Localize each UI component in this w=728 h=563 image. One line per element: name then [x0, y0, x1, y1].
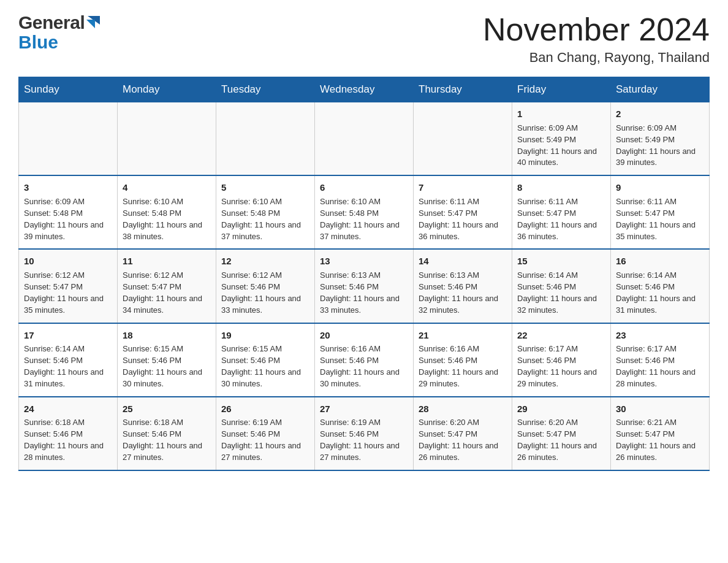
calendar-cell: 14Sunrise: 6:13 AM Sunset: 5:46 PM Dayli… [414, 249, 512, 323]
day-number: 5 [221, 181, 309, 194]
calendar-cell: 11Sunrise: 6:12 AM Sunset: 5:47 PM Dayli… [118, 249, 216, 323]
header-cell-saturday: Saturday [611, 77, 710, 102]
day-info: Sunrise: 6:15 AM Sunset: 5:46 PM Dayligh… [123, 343, 211, 389]
day-number: 7 [419, 181, 507, 194]
day-info: Sunrise: 6:18 AM Sunset: 5:46 PM Dayligh… [123, 417, 211, 463]
calendar-cell [315, 102, 414, 176]
day-number: 13 [320, 255, 408, 268]
day-info: Sunrise: 6:10 AM Sunset: 5:48 PM Dayligh… [320, 196, 408, 242]
day-info: Sunrise: 6:12 AM Sunset: 5:46 PM Dayligh… [221, 270, 309, 316]
header-cell-sunday: Sunday [19, 77, 118, 102]
title-area: November 2024 Ban Chang, Rayong, Thailan… [483, 12, 710, 66]
calendar-cell: 12Sunrise: 6:12 AM Sunset: 5:46 PM Dayli… [216, 249, 315, 323]
day-number: 25 [123, 402, 211, 416]
page-header: General Blue November 2024 Ban Chang, Ra… [18, 12, 710, 66]
day-info: Sunrise: 6:12 AM Sunset: 5:47 PM Dayligh… [123, 270, 211, 316]
day-number: 10 [24, 255, 112, 268]
calendar-row: 10Sunrise: 6:12 AM Sunset: 5:47 PM Dayli… [19, 249, 710, 323]
day-info: Sunrise: 6:13 AM Sunset: 5:46 PM Dayligh… [419, 270, 507, 316]
calendar-cell: 24Sunrise: 6:18 AM Sunset: 5:46 PM Dayli… [19, 397, 118, 470]
day-info: Sunrise: 6:17 AM Sunset: 5:46 PM Dayligh… [517, 343, 605, 389]
calendar-cell: 16Sunrise: 6:14 AM Sunset: 5:46 PM Dayli… [611, 249, 710, 323]
day-number: 26 [221, 402, 309, 416]
calendar-cell [414, 102, 512, 176]
calendar-cell: 13Sunrise: 6:13 AM Sunset: 5:46 PM Dayli… [315, 249, 414, 323]
calendar-cell: 30Sunrise: 6:21 AM Sunset: 5:47 PM Dayli… [611, 397, 710, 470]
calendar-cell: 19Sunrise: 6:15 AM Sunset: 5:46 PM Dayli… [216, 323, 315, 397]
calendar-cell: 22Sunrise: 6:17 AM Sunset: 5:46 PM Dayli… [512, 323, 611, 397]
calendar-cell: 27Sunrise: 6:19 AM Sunset: 5:46 PM Dayli… [315, 397, 414, 470]
calendar-body: 1Sunrise: 6:09 AM Sunset: 5:49 PM Daylig… [19, 102, 710, 470]
day-info: Sunrise: 6:20 AM Sunset: 5:47 PM Dayligh… [419, 417, 507, 463]
calendar-cell: 28Sunrise: 6:20 AM Sunset: 5:47 PM Dayli… [414, 397, 512, 470]
calendar-row: 17Sunrise: 6:14 AM Sunset: 5:46 PM Dayli… [19, 323, 710, 397]
calendar-cell: 29Sunrise: 6:20 AM Sunset: 5:47 PM Dayli… [512, 397, 611, 470]
day-info: Sunrise: 6:19 AM Sunset: 5:46 PM Dayligh… [320, 417, 408, 463]
day-info: Sunrise: 6:18 AM Sunset: 5:46 PM Dayligh… [24, 417, 112, 463]
day-number: 15 [517, 255, 605, 268]
svg-marker-1 [86, 20, 95, 28]
calendar-cell: 4Sunrise: 6:10 AM Sunset: 5:48 PM Daylig… [118, 175, 216, 249]
calendar-cell [216, 102, 315, 176]
day-info: Sunrise: 6:09 AM Sunset: 5:49 PM Dayligh… [616, 123, 704, 169]
header-cell-wednesday: Wednesday [315, 77, 414, 102]
calendar-cell: 18Sunrise: 6:15 AM Sunset: 5:46 PM Dayli… [118, 323, 216, 397]
day-number: 18 [123, 329, 211, 342]
day-info: Sunrise: 6:09 AM Sunset: 5:48 PM Dayligh… [24, 196, 112, 242]
calendar-cell: 1Sunrise: 6:09 AM Sunset: 5:49 PM Daylig… [512, 102, 611, 176]
header-row: SundayMondayTuesdayWednesdayThursdayFrid… [19, 77, 710, 102]
day-number: 21 [419, 329, 507, 342]
logo-area: General Blue [18, 12, 100, 53]
day-info: Sunrise: 6:14 AM Sunset: 5:46 PM Dayligh… [517, 270, 605, 316]
day-info: Sunrise: 6:17 AM Sunset: 5:46 PM Dayligh… [616, 343, 704, 389]
calendar-cell [19, 102, 118, 176]
day-info: Sunrise: 6:16 AM Sunset: 5:46 PM Dayligh… [320, 343, 408, 389]
calendar-cell: 8Sunrise: 6:11 AM Sunset: 5:47 PM Daylig… [512, 175, 611, 249]
header-cell-thursday: Thursday [414, 77, 512, 102]
calendar-cell [118, 102, 216, 176]
day-number: 27 [320, 402, 408, 416]
day-number: 4 [123, 181, 211, 194]
logo-blue-text: Blue [18, 32, 58, 53]
day-info: Sunrise: 6:10 AM Sunset: 5:48 PM Dayligh… [221, 196, 309, 242]
calendar-cell: 21Sunrise: 6:16 AM Sunset: 5:46 PM Dayli… [414, 323, 512, 397]
calendar-row: 3Sunrise: 6:09 AM Sunset: 5:48 PM Daylig… [19, 175, 710, 249]
header-cell-tuesday: Tuesday [216, 77, 315, 102]
day-number: 29 [517, 402, 605, 416]
day-number: 19 [221, 329, 309, 342]
calendar-cell: 26Sunrise: 6:19 AM Sunset: 5:46 PM Dayli… [216, 397, 315, 470]
day-info: Sunrise: 6:14 AM Sunset: 5:46 PM Dayligh… [24, 343, 112, 389]
day-number: 3 [24, 181, 112, 194]
day-info: Sunrise: 6:11 AM Sunset: 5:47 PM Dayligh… [419, 196, 507, 242]
calendar-cell: 9Sunrise: 6:11 AM Sunset: 5:47 PM Daylig… [611, 175, 710, 249]
day-info: Sunrise: 6:10 AM Sunset: 5:48 PM Dayligh… [123, 196, 211, 242]
day-number: 11 [123, 255, 211, 268]
day-info: Sunrise: 6:09 AM Sunset: 5:49 PM Dayligh… [517, 123, 605, 169]
day-info: Sunrise: 6:12 AM Sunset: 5:47 PM Dayligh… [24, 270, 112, 316]
calendar-title: November 2024 [483, 12, 710, 47]
day-number: 17 [24, 329, 112, 342]
day-info: Sunrise: 6:19 AM Sunset: 5:46 PM Dayligh… [221, 417, 309, 463]
day-info: Sunrise: 6:11 AM Sunset: 5:47 PM Dayligh… [616, 196, 704, 242]
day-info: Sunrise: 6:21 AM Sunset: 5:47 PM Dayligh… [616, 417, 704, 463]
day-number: 22 [517, 329, 605, 342]
day-number: 30 [616, 402, 704, 416]
day-number: 23 [616, 329, 704, 342]
calendar-cell: 17Sunrise: 6:14 AM Sunset: 5:46 PM Dayli… [19, 323, 118, 397]
day-number: 1 [517, 107, 605, 121]
day-number: 20 [320, 329, 408, 342]
calendar-cell: 6Sunrise: 6:10 AM Sunset: 5:48 PM Daylig… [315, 175, 414, 249]
day-number: 2 [616, 107, 704, 121]
day-number: 6 [320, 181, 408, 194]
calendar-cell: 5Sunrise: 6:10 AM Sunset: 5:48 PM Daylig… [216, 175, 315, 249]
day-info: Sunrise: 6:14 AM Sunset: 5:46 PM Dayligh… [616, 270, 704, 316]
calendar-cell: 25Sunrise: 6:18 AM Sunset: 5:46 PM Dayli… [118, 397, 216, 470]
calendar-cell: 20Sunrise: 6:16 AM Sunset: 5:46 PM Dayli… [315, 323, 414, 397]
day-number: 14 [419, 255, 507, 268]
calendar-header: SundayMondayTuesdayWednesdayThursdayFrid… [19, 77, 710, 102]
calendar-cell: 10Sunrise: 6:12 AM Sunset: 5:47 PM Dayli… [19, 249, 118, 323]
header-cell-monday: Monday [118, 77, 216, 102]
logo-top-row: General [18, 12, 100, 33]
calendar-cell: 15Sunrise: 6:14 AM Sunset: 5:46 PM Dayli… [512, 249, 611, 323]
calendar-table: SundayMondayTuesdayWednesdayThursdayFrid… [18, 77, 710, 471]
